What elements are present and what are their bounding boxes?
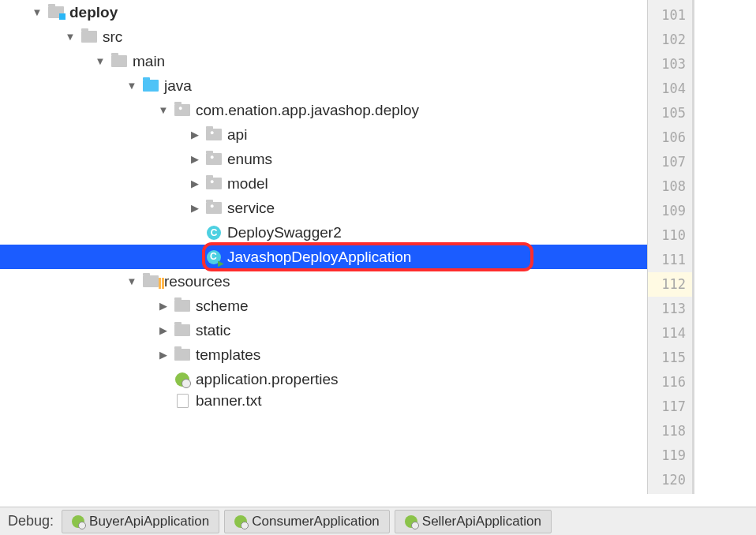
spring-config-icon: [174, 372, 191, 387]
tree-node-label: model: [227, 175, 268, 193]
tree-node-label: main: [133, 53, 165, 70]
tree-node-api[interactable]: ▶api: [0, 122, 647, 147]
tree-node-application-properties[interactable]: ▶application.properties: [0, 367, 647, 391]
spring-boot-icon: [72, 515, 84, 528]
resources-folder-icon: [142, 274, 159, 290]
tree-node-main[interactable]: ▼main: [0, 49, 647, 73]
tree-node-label: src: [103, 28, 122, 46]
debug-tab-label: ConsumerApplication: [252, 514, 380, 529]
line-number[interactable]: 104: [648, 77, 692, 101]
tree-node-label: templates: [196, 346, 260, 364]
package-icon: [205, 127, 223, 143]
package-icon: [205, 176, 223, 192]
line-number[interactable]: 109: [648, 199, 692, 223]
tree-node-label: static: [196, 322, 230, 339]
line-number[interactable]: 117: [648, 395, 692, 419]
line-number[interactable]: 114: [648, 321, 692, 346]
expand-arrow-icon[interactable]: ▶: [188, 129, 202, 140]
line-number[interactable]: 106: [648, 125, 692, 150]
tree-node-label: scheme: [196, 297, 249, 315]
tree-node-label: banner.txt: [196, 392, 261, 410]
tree-node-label: DeploySwagger2: [227, 224, 342, 241]
tree-node-label: JavashopDeployApplication: [227, 249, 411, 266]
folder-icon: [174, 347, 191, 363]
tree-node-com-enation-app-javashop-deploy[interactable]: ▼com.enation.app.javashop.deploy: [0, 98, 647, 122]
tree-node-label: api: [227, 126, 247, 144]
tree-node-java[interactable]: ▼java: [0, 73, 647, 98]
line-number[interactable]: 115: [648, 346, 692, 370]
expand-arrow-icon[interactable]: ▶: [188, 153, 202, 165]
line-number[interactable]: 107: [648, 150, 692, 174]
line-number[interactable]: 102: [648, 28, 692, 52]
debug-tab-label: BuyerApiApplication: [89, 514, 209, 529]
file-icon: [174, 393, 191, 409]
tree-node-label: enums: [227, 151, 272, 168]
line-number[interactable]: 118: [648, 419, 692, 443]
line-number[interactable]: 120: [648, 468, 692, 492]
expand-arrow-icon[interactable]: ▶: [188, 202, 202, 214]
editor-gutter[interactable]: 1011021031041051061071081091101111121131…: [647, 0, 694, 494]
line-number[interactable]: 111: [648, 248, 692, 272]
expand-arrow-icon[interactable]: ▶: [156, 324, 170, 336]
line-number[interactable]: 116: [648, 370, 692, 395]
line-number[interactable]: 103: [648, 52, 692, 77]
expand-arrow-icon[interactable]: ▼: [93, 55, 107, 67]
source-folder-icon: [142, 78, 159, 94]
tree-node-label: com.enation.app.javashop.deploy: [196, 102, 419, 119]
package-icon: [205, 152, 223, 167]
expand-arrow-icon[interactable]: ▼: [30, 6, 44, 18]
tree-node-service[interactable]: ▶service: [0, 196, 647, 220]
expand-arrow-icon[interactable]: ▼: [125, 80, 139, 92]
expand-arrow-icon[interactable]: ▶: [188, 178, 202, 189]
folder-icon: [174, 323, 191, 339]
expand-arrow-icon[interactable]: ▼: [125, 275, 139, 287]
debug-tab-consumerapplication[interactable]: ConsumerApplication: [224, 510, 390, 533]
tree-node-enums[interactable]: ▶enums: [0, 147, 647, 171]
line-number[interactable]: 105: [648, 101, 692, 125]
expand-arrow-icon[interactable]: ▼: [63, 31, 77, 43]
main-area: ▼deploy▼src▼main▼java▼com.enation.app.ja…: [0, 0, 756, 494]
debug-bar: Debug: BuyerApiApplicationConsumerApplic…: [0, 507, 756, 535]
spring-boot-icon: [234, 515, 247, 528]
expand-arrow-icon[interactable]: ▶: [156, 300, 170, 312]
package-icon: [205, 200, 223, 216]
folder-icon: [110, 54, 128, 69]
editor-area[interactable]: [694, 0, 756, 494]
tree-node-deployswagger2[interactable]: ▶CDeploySwagger2: [0, 220, 647, 245]
tree-node-label: application.properties: [196, 371, 339, 388]
debug-tab-sellerapiapplication[interactable]: SellerApiApplication: [395, 510, 552, 533]
tree-node-label: service: [227, 200, 275, 217]
expand-arrow-icon[interactable]: ▶: [156, 349, 170, 361]
line-number[interactable]: 101: [648, 3, 692, 28]
tree-node-deploy[interactable]: ▼deploy: [0, 0, 647, 24]
module-folder-icon: [47, 5, 65, 21]
tree-node-model[interactable]: ▶model: [0, 171, 647, 196]
tree-node-static[interactable]: ▶static: [0, 318, 647, 342]
tree-node-resources[interactable]: ▼resources: [0, 269, 647, 294]
tree-node-banner-txt[interactable]: ▶banner.txt: [0, 391, 647, 410]
line-number[interactable]: 119: [648, 443, 692, 468]
spring-boot-icon: [405, 515, 417, 528]
tree-node-scheme[interactable]: ▶scheme: [0, 294, 647, 318]
java-class-icon: C: [205, 225, 223, 241]
tree-node-label: java: [164, 77, 192, 95]
tree-node-label: deploy: [69, 4, 118, 21]
debug-label: Debug:: [0, 513, 62, 529]
folder-icon: [174, 298, 191, 314]
debug-tab-label: SellerApiApplication: [422, 514, 541, 529]
tree-node-label: resources: [164, 273, 230, 290]
tree-node-src[interactable]: ▼src: [0, 24, 647, 49]
package-icon: [174, 103, 191, 118]
java-main-class-icon: [205, 249, 223, 265]
debug-tab-buyerapiapplication[interactable]: BuyerApiApplication: [62, 510, 219, 533]
tree-node-javashopdeployapplication[interactable]: ▶JavashopDeployApplication: [0, 245, 647, 269]
line-number[interactable]: 110: [648, 223, 692, 248]
tree-node-templates[interactable]: ▶templates: [0, 342, 647, 367]
folder-icon: [80, 29, 98, 45]
debug-tabs: BuyerApiApplicationConsumerApplicationSe…: [62, 510, 556, 533]
line-number[interactable]: 112: [648, 272, 692, 297]
line-number[interactable]: 113: [648, 297, 692, 321]
project-tree[interactable]: ▼deploy▼src▼main▼java▼com.enation.app.ja…: [0, 0, 647, 494]
expand-arrow-icon[interactable]: ▼: [156, 104, 170, 116]
line-number[interactable]: 108: [648, 174, 692, 199]
